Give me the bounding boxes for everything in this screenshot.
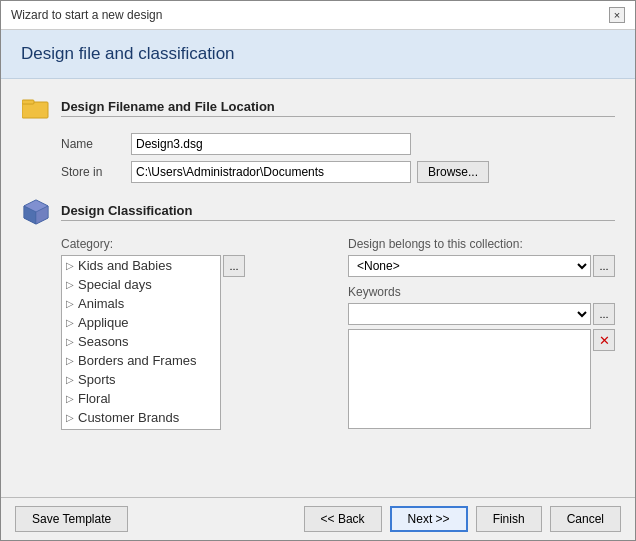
store-row: Store in Browse... [61, 161, 615, 183]
keywords-combo-row: ... [348, 303, 615, 325]
category-list[interactable]: ▷Kids and Babies▷Special days▷Animals▷Ap… [61, 255, 221, 430]
list-item[interactable]: ▷Borders and Frames [62, 351, 220, 370]
finish-button[interactable]: Finish [476, 506, 542, 532]
title-bar: Wizard to start a new design × [1, 1, 635, 30]
next-button[interactable]: Next >> [390, 506, 468, 532]
filename-section-header: Design Filename and File Location [21, 93, 615, 123]
collection-label: Design belongs to this collection: [348, 237, 615, 251]
save-template-button[interactable]: Save Template [15, 506, 128, 532]
footer: Save Template << Back Next >> Finish Can… [1, 497, 635, 540]
classification-section-title: Design Classification [61, 203, 615, 221]
classification-area: Category: ▷Kids and Babies▷Special days▷… [61, 237, 615, 430]
classification-section-header: Design Classification [21, 197, 615, 227]
keywords-combo[interactable] [348, 303, 591, 325]
left-panel: Category: ▷Kids and Babies▷Special days▷… [61, 237, 328, 430]
cancel-button[interactable]: Cancel [550, 506, 621, 532]
dialog-window: Wizard to start a new design × Design fi… [0, 0, 636, 541]
collection-row: <None> ... [348, 255, 615, 277]
cube-icon [21, 197, 51, 227]
keywords-label: Keywords [348, 285, 615, 299]
filename-section: Design Filename and File Location Name S… [21, 93, 615, 183]
list-item[interactable]: ▷Kids and Babies [62, 256, 220, 275]
store-input[interactable] [131, 161, 411, 183]
keywords-delete-button[interactable]: ✕ [593, 329, 615, 351]
main-content: Design Filename and File Location Name S… [1, 79, 635, 497]
list-item[interactable]: ▷Emblems [62, 427, 220, 430]
list-item[interactable]: ▷Customer Brands [62, 408, 220, 427]
dialog-title: Wizard to start a new design [11, 8, 162, 22]
store-label: Store in [61, 165, 131, 179]
list-item[interactable]: ▷Floral [62, 389, 220, 408]
collection-ellipsis-button[interactable]: ... [593, 255, 615, 277]
collection-select[interactable]: <None> [348, 255, 591, 277]
keywords-ellipsis-button[interactable]: ... [593, 303, 615, 325]
list-item[interactable]: ▷Special days [62, 275, 220, 294]
footer-right: << Back Next >> Finish Cancel [304, 506, 621, 532]
back-button[interactable]: << Back [304, 506, 382, 532]
page-title: Design file and classification [21, 44, 615, 64]
close-button[interactable]: × [609, 7, 625, 23]
keywords-area: Keywords ... ✕ [348, 285, 615, 429]
category-ellipsis-button[interactable]: ... [223, 255, 245, 277]
list-item[interactable]: ▷Sports [62, 370, 220, 389]
keywords-textarea-row: ✕ [348, 329, 615, 429]
filename-section-title: Design Filename and File Location [61, 99, 615, 117]
category-label: Category: [61, 237, 328, 251]
list-item[interactable]: ▷Animals [62, 294, 220, 313]
browse-button[interactable]: Browse... [417, 161, 489, 183]
list-item[interactable]: ▷Seasons [62, 332, 220, 351]
list-item[interactable]: ▷Applique [62, 313, 220, 332]
svg-rect-1 [22, 100, 34, 104]
name-input[interactable] [131, 133, 411, 155]
classification-section: Design Classification Category: ▷Kids an… [21, 197, 615, 430]
folder-icon [21, 93, 51, 123]
header-banner: Design file and classification [1, 30, 635, 79]
name-row: Name [61, 133, 615, 155]
right-panel: Design belongs to this collection: <None… [348, 237, 615, 430]
category-list-container: ▷Kids and Babies▷Special days▷Animals▷Ap… [61, 255, 328, 430]
keywords-textarea[interactable] [348, 329, 591, 429]
name-label: Name [61, 137, 131, 151]
footer-left: Save Template [15, 506, 128, 532]
